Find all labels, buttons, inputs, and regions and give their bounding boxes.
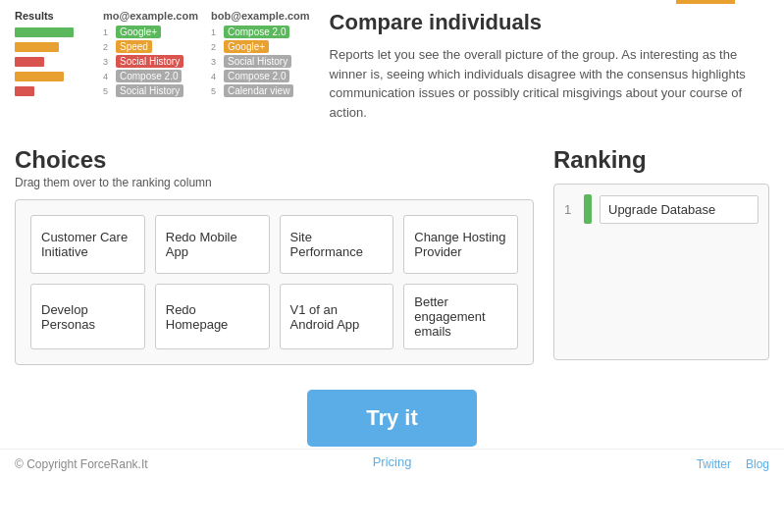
bob-item-5: 5 Calendar view (211, 84, 310, 97)
bob-item-3: 3 Social History (211, 55, 310, 68)
bar-fill-4 (15, 72, 64, 81)
compare-section: Compare individuals Reports let you see … (310, 10, 769, 122)
ranking-label-0: Upgrade Database (600, 195, 758, 224)
twitter-link[interactable]: Twitter (697, 457, 731, 471)
orange-accent-bar (676, 0, 735, 4)
result-bar-5 (15, 84, 93, 97)
ranking-title: Ranking (553, 146, 769, 174)
bar-fill-2 (15, 42, 59, 52)
mo-label-3: Social History (116, 55, 183, 68)
bob-label-2: Google+ (224, 40, 269, 53)
result-bar-4 (15, 70, 93, 82)
main-content: Choices Drag them over to the ranking co… (0, 132, 784, 380)
compare-description: Reports let you see the overall picture … (330, 45, 769, 122)
mo-label-4: Compose 2.0 (116, 70, 182, 82)
blog-link[interactable]: Blog (746, 457, 769, 471)
result-bar-1 (15, 26, 93, 38)
bar-fill-5 (15, 86, 34, 96)
ranking-section: Ranking 1 Upgrade Database (553, 146, 769, 365)
copyright-text: © Copyright ForceRank.It (15, 457, 148, 471)
footer-links: Twitter Blog (697, 457, 769, 471)
bob-column: bob@example.com 1 Compose 2.0 2 Google+ … (211, 10, 310, 122)
result-bar-2 (15, 40, 93, 53)
results-area: Results mo@example.com (15, 10, 310, 122)
mo-column: mo@example.com 1 Google+ 2 Speed 3 Socia… (103, 10, 201, 122)
choice-item-1[interactable]: Redo Mobile App (155, 215, 270, 274)
bob-label-4: Compose 2.0 (224, 70, 289, 82)
bob-label-5: Calendar view (224, 84, 293, 97)
choice-item-6[interactable]: V1 of an Android App (280, 284, 394, 349)
bar-fill-3 (15, 57, 44, 67)
ranking-num-0: 1 (564, 202, 576, 217)
mo-label-1: Google+ (116, 26, 161, 38)
choice-item-4[interactable]: Develop Personas (30, 284, 145, 349)
choices-subtitle: Drag them over to the ranking column (15, 176, 534, 189)
mo-item-4: 4 Compose 2.0 (103, 70, 201, 82)
results-column: Results (15, 10, 93, 122)
mo-item-1: 1 Google+ (103, 26, 201, 38)
bob-item-4: 4 Compose 2.0 (211, 70, 310, 82)
bob-item-1: 1 Compose 2.0 (211, 26, 310, 38)
choices-box: Customer Care Initiative Redo Mobile App… (15, 199, 534, 365)
bob-item-2: 2 Google+ (211, 40, 310, 53)
footer: © Copyright ForceRank.It Twitter Blog (0, 449, 784, 479)
mo-label-5: Social History (116, 84, 183, 97)
try-it-button[interactable]: Try it (307, 390, 477, 447)
ranking-item-0: 1 Upgrade Database (564, 194, 758, 224)
mo-email: mo@example.com (103, 10, 201, 22)
choice-item-0[interactable]: Customer Care Initiative (30, 215, 145, 274)
bob-email: bob@example.com (211, 10, 310, 22)
choice-item-7[interactable]: Better engagement emails (403, 284, 518, 349)
results-label: Results (15, 10, 93, 22)
mo-label-2: Speed (116, 40, 152, 53)
mo-item-3: 3 Social History (103, 55, 201, 68)
mo-item-2: 2 Speed (103, 40, 201, 53)
choice-item-2[interactable]: Site Performance (280, 215, 394, 274)
bob-label-1: Compose 2.0 (224, 26, 289, 38)
result-bar-3 (15, 55, 93, 68)
bob-label-3: Social History (224, 55, 291, 68)
choices-title: Choices (15, 146, 534, 174)
choices-section: Choices Drag them over to the ranking co… (15, 146, 534, 365)
compare-title: Compare individuals (330, 10, 769, 35)
ranking-box[interactable]: 1 Upgrade Database (553, 184, 769, 360)
choice-item-3[interactable]: Change Hosting Provider (403, 215, 518, 274)
bar-fill-1 (15, 27, 74, 37)
ranking-green-indicator (584, 194, 592, 224)
choice-item-5[interactable]: Redo Homepage (155, 284, 270, 349)
mo-item-5: 5 Social History (103, 84, 201, 97)
